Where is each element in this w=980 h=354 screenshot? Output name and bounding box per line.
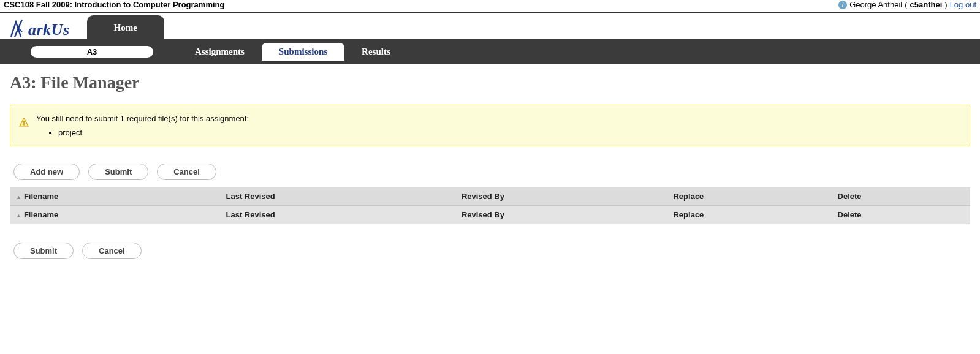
markus-logo-icon xyxy=(9,18,29,39)
tab-home[interactable]: Home xyxy=(87,15,164,39)
cancel-button-top[interactable]: Cancel xyxy=(157,164,216,180)
navbar: A3 Assignments Submissions Results xyxy=(0,39,980,64)
add-new-button[interactable]: Add new xyxy=(13,164,80,180)
nav-submissions[interactable]: Submissions xyxy=(262,43,344,61)
col-replace: Replace xyxy=(667,187,831,206)
context-pill[interactable]: A3 xyxy=(31,46,153,58)
col-revised-by-2[interactable]: Revised By xyxy=(455,206,667,224)
sort-asc-icon: ▲ xyxy=(16,194,21,200)
nav-results[interactable]: Results xyxy=(344,43,408,61)
sort-asc-icon: ▲ xyxy=(16,213,21,219)
logout-link[interactable]: Log out xyxy=(950,0,976,9)
logo-text: arkUs xyxy=(28,21,70,39)
warning-icon xyxy=(19,118,29,129)
logo[interactable]: arkUs xyxy=(9,18,70,39)
col-last-revised[interactable]: Last Revised xyxy=(219,187,455,206)
col-last-revised-2[interactable]: Last Revised xyxy=(219,206,455,224)
svg-rect-0 xyxy=(23,121,25,124)
info-icon[interactable]: i xyxy=(838,1,847,9)
user-area: i George Antheil ( c5anthei ) Log out xyxy=(838,0,976,9)
cancel-button-bottom[interactable]: Cancel xyxy=(82,243,142,259)
warning-message: You still need to submit 1 required file… xyxy=(36,114,249,123)
col-replace-2: Replace xyxy=(667,206,831,224)
col-revised-by[interactable]: Revised By xyxy=(455,187,667,206)
svg-rect-1 xyxy=(23,124,25,126)
missing-files-list: project xyxy=(58,128,249,137)
user-id: c5anthei xyxy=(910,0,943,9)
col-delete: Delete xyxy=(832,187,970,206)
warning-box: You still need to submit 1 required file… xyxy=(10,105,970,146)
course-title: CSC108 Fall 2009: Introduction to Comput… xyxy=(4,0,224,9)
nav-assignments[interactable]: Assignments xyxy=(178,43,262,61)
col-delete-2: Delete xyxy=(832,206,970,224)
user-name: George Antheil xyxy=(849,0,902,9)
page-title: A3: File Manager xyxy=(10,73,970,92)
col-filename-2[interactable]: ▲Filename xyxy=(10,206,219,224)
files-table: ▲Filename Last Revised Revised By Replac… xyxy=(10,187,970,224)
missing-file-item: project xyxy=(58,128,249,137)
submit-button-top[interactable]: Submit xyxy=(88,164,148,180)
submit-button-bottom[interactable]: Submit xyxy=(13,243,74,259)
col-filename[interactable]: ▲Filename xyxy=(10,187,219,206)
